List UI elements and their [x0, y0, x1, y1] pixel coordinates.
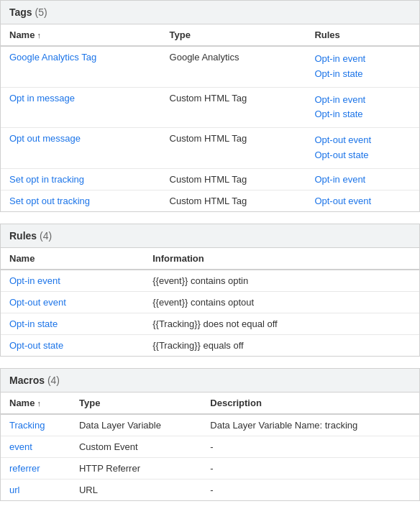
macros-tbody: TrackingData Layer VariableData Layer Va… [1, 414, 419, 500]
macros-thead: Name Type Description [1, 393, 419, 414]
tag-name-link[interactable]: Opt out message [9, 133, 81, 144]
macro-name-link[interactable]: referrer [9, 463, 40, 474]
tag-type: Custom HTML Tag [161, 128, 306, 169]
table-row: Opt-out state{{Tracking}} equals off [1, 334, 419, 356]
macros-header-row: Name Type Description [1, 393, 419, 414]
table-row: Set opt in trackingCustom HTML TagOpt-in… [1, 168, 419, 190]
rules-col-info: Information [144, 248, 419, 270]
tag-rules: Opt-out event [306, 190, 419, 211]
table-row: Opt-in state{{Tracking}} does not equal … [1, 313, 419, 334]
rules-tbody: Opt-in event{{event}} contains optinOpt-… [1, 270, 419, 356]
macros-col-type: Type [70, 393, 201, 414]
rule-name[interactable]: Opt-in state [1, 313, 144, 334]
rule-link[interactable]: Opt-in state [314, 67, 411, 82]
table-row: eventCustom Event- [1, 436, 419, 457]
macro-name-link[interactable]: url [9, 485, 19, 495]
rule-link[interactable]: Opt-out event [314, 196, 371, 206]
table-row: TrackingData Layer VariableData Layer Va… [1, 414, 419, 436]
tag-name[interactable]: Set opt in tracking [1, 168, 161, 190]
tag-rules: Opt-in event [306, 168, 419, 190]
macro-type: Custom Event [70, 436, 201, 457]
macro-name[interactable]: url [1, 479, 70, 500]
tag-name-link[interactable]: Opt in message [9, 93, 75, 104]
tag-name-link[interactable]: Set opt out tracking [9, 196, 90, 206]
rules-thead: Name Information [1, 248, 419, 270]
tag-rules: Opt-out eventOpt-out state [306, 128, 419, 169]
tag-rules: Opt-in eventOpt-in state [306, 46, 419, 87]
tag-name-link[interactable]: Set opt in tracking [9, 174, 84, 185]
tags-section: Tags (5) Name Type Rules Google Analytic… [0, 0, 420, 212]
tag-type: Custom HTML Tag [161, 87, 306, 128]
macro-description: - [201, 457, 419, 479]
rule-link[interactable]: Opt-in state [314, 107, 411, 122]
tag-rules: Opt-in eventOpt-in state [306, 87, 419, 128]
rule-link[interactable]: Opt-in event [314, 52, 411, 67]
tags-col-rules: Rules [306, 24, 419, 46]
tags-header: Tags (5) [1, 1, 419, 24]
tag-name[interactable]: Opt in message [1, 87, 161, 128]
table-row: Opt-out event{{event}} contains optout [1, 291, 419, 313]
rule-name-link[interactable]: Opt-out state [9, 340, 63, 351]
rule-name[interactable]: Opt-out event [1, 291, 144, 313]
tag-type: Google Analytics [161, 46, 306, 87]
tags-tbody: Google Analytics TagGoogle AnalyticsOpt-… [1, 46, 419, 211]
rule-link[interactable]: Opt-out state [314, 148, 411, 163]
rules-section: Rules (4) Name Information Opt-in event{… [0, 224, 420, 357]
tag-type: Custom HTML Tag [161, 190, 306, 211]
tag-name[interactable]: Set opt out tracking [1, 190, 161, 211]
rules-table: Name Information Opt-in event{{event}} c… [1, 248, 419, 356]
macro-type: HTTP Referrer [70, 457, 201, 479]
macro-description: Data Layer Variable Name: tracking [201, 414, 419, 436]
table-row: referrerHTTP Referrer- [1, 457, 419, 479]
rule-link[interactable]: Opt-in event [314, 174, 365, 185]
table-row: Opt in messageCustom HTML TagOpt-in even… [1, 87, 419, 128]
rule-information: {{Tracking}} does not equal off [144, 313, 419, 334]
table-row: Set opt out trackingCustom HTML TagOpt-o… [1, 190, 419, 211]
rule-link[interactable]: Opt-out event [314, 133, 411, 148]
rule-information: {{event}} contains optin [144, 270, 419, 292]
table-row: urlURL- [1, 479, 419, 500]
rule-name-link[interactable]: Opt-in event [9, 275, 60, 286]
rule-information: {{Tracking}} equals off [144, 334, 419, 356]
macro-name[interactable]: Tracking [1, 414, 70, 436]
rule-information: {{event}} contains optout [144, 291, 419, 313]
tag-name[interactable]: Opt out message [1, 128, 161, 169]
rule-name[interactable]: Opt-in event [1, 270, 144, 292]
macro-description: - [201, 479, 419, 500]
rules-header-row: Name Information [1, 248, 419, 270]
macro-name-link[interactable]: event [9, 441, 32, 452]
rule-link[interactable]: Opt-in event [314, 93, 411, 108]
macro-type: URL [70, 479, 201, 500]
macros-title: Macros [9, 375, 45, 386]
rules-header: Rules (4) [1, 224, 419, 248]
macros-col-desc: Description [201, 393, 419, 414]
macro-name-link[interactable]: Tracking [9, 420, 45, 431]
macros-col-name: Name [1, 393, 70, 414]
rule-name[interactable]: Opt-out state [1, 334, 144, 356]
rules-count: (4) [40, 230, 52, 242]
macro-type: Data Layer Variable [70, 414, 201, 436]
table-row: Opt out messageCustom HTML TagOpt-out ev… [1, 128, 419, 169]
tag-name[interactable]: Google Analytics Tag [1, 46, 161, 87]
macro-name[interactable]: event [1, 436, 70, 457]
tags-header-row: Name Type Rules [1, 24, 419, 46]
macro-name[interactable]: referrer [1, 457, 70, 479]
macros-section: Macros (4) Name Type Description Trackin… [0, 368, 420, 501]
table-row: Opt-in event{{event}} contains optin [1, 270, 419, 292]
tags-table: Name Type Rules Google Analytics TagGoog… [1, 24, 419, 211]
rule-name-link[interactable]: Opt-in state [9, 318, 58, 329]
tags-col-name: Name [1, 24, 161, 46]
table-row: Google Analytics TagGoogle AnalyticsOpt-… [1, 46, 419, 87]
tag-name-link[interactable]: Google Analytics Tag [9, 52, 96, 63]
macros-count: (4) [47, 375, 60, 386]
macros-table: Name Type Description TrackingData Layer… [1, 393, 419, 500]
macros-header: Macros (4) [1, 369, 419, 393]
tags-count: (5) [35, 6, 47, 18]
rules-title: Rules [9, 230, 37, 242]
macro-description: - [201, 436, 419, 457]
tags-thead: Name Type Rules [1, 24, 419, 46]
tags-title: Tags [9, 6, 32, 18]
rule-name-link[interactable]: Opt-out event [9, 297, 66, 308]
tags-col-type: Type [161, 24, 306, 46]
tag-type: Custom HTML Tag [161, 168, 306, 190]
